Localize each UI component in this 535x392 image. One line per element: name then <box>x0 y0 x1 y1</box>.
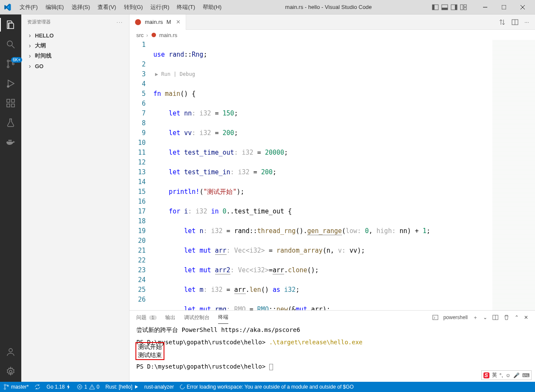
sb-go-version[interactable]: Go 1.18 <box>46 384 71 390</box>
svg-point-28 <box>9 349 12 352</box>
layout-bottom-icon[interactable] <box>441 4 448 11</box>
rust-file-icon <box>151 32 157 38</box>
panel-tab-problems[interactable]: 问题1 <box>136 314 157 321</box>
svg-point-30 <box>135 19 141 25</box>
svg-point-17 <box>12 63 14 65</box>
terminal-shell-label[interactable]: powershell <box>443 314 468 320</box>
menu-terminal[interactable]: 终端(T) <box>173 2 198 13</box>
terminal-shell-icon <box>432 314 438 320</box>
split-editor-icon[interactable] <box>512 19 518 26</box>
tab-main-rs[interactable]: main.rs M ✕ <box>129 14 186 30</box>
terminal-line: PS D:\mysetup\gopath\rustcode\hello> <box>136 363 528 371</box>
close-button[interactable] <box>515 2 530 13</box>
ime-punct-icon[interactable]: °, <box>500 372 503 378</box>
ime-emoji-icon[interactable]: ☺ <box>506 372 511 378</box>
ime-sogou-icon: S <box>483 372 489 378</box>
terminal-maximize-icon[interactable]: ⌃ <box>515 314 519 320</box>
sidebar-item-hello[interactable]: ›HELLO <box>21 30 129 40</box>
svg-rect-19 <box>7 99 10 102</box>
problems-count: 1 <box>149 315 157 320</box>
svg-rect-6 <box>460 5 463 10</box>
svg-rect-34 <box>433 315 438 320</box>
svg-rect-7 <box>464 5 466 7</box>
titlebar: 文件(F) 编辑(E) 选择(S) 查看(V) 转到(G) 运行(R) 终端(T… <box>0 0 535 14</box>
ime-lang[interactable]: 英 <box>492 372 497 379</box>
testing-icon[interactable] <box>5 117 17 129</box>
tab-close-icon[interactable]: ✕ <box>176 19 181 25</box>
settings-icon[interactable] <box>5 366 17 378</box>
breadcrumbs[interactable]: src › main.rs <box>129 30 535 40</box>
sidebar-item-timeline[interactable]: ›时间线 <box>21 51 129 61</box>
editor-area: main.rs M ✕ ··· src › main.rs 1 23456789… <box>129 14 535 382</box>
menu-help[interactable]: 帮助(H) <box>199 2 225 13</box>
terminal-cursor <box>269 364 273 370</box>
git-branch-icon <box>3 384 9 390</box>
terminal-body[interactable]: 尝试新的跨平台 PowerShell https://aka.ms/pscore… <box>129 324 535 382</box>
ime-mic-icon[interactable]: 🎤 <box>513 372 520 378</box>
tab-modified-indicator: M <box>167 19 171 25</box>
sb-problems[interactable]: 1 0 <box>77 384 99 390</box>
extensions-icon[interactable] <box>5 97 17 109</box>
svg-point-16 <box>7 66 9 68</box>
explorer-icon[interactable] <box>5 19 17 31</box>
breadcrumb-src[interactable]: src <box>136 32 144 38</box>
play-icon <box>134 385 138 389</box>
sidebar-item-go[interactable]: ›GO <box>21 61 129 71</box>
code-editor[interactable]: 1 23456789101112131415161718192021222324… <box>129 40 535 310</box>
codelens[interactable]: ▶ Run | Debug <box>153 69 492 79</box>
sidebar-tree: ›HELLO ›大纲 ›时间线 ›GO <box>21 29 129 72</box>
panel-tab-terminal[interactable]: 终端 <box>218 314 228 324</box>
chevron-right-icon: › <box>27 42 32 49</box>
chevron-right-icon: › <box>146 32 148 38</box>
svg-rect-8 <box>464 8 466 10</box>
terminal-close-icon[interactable]: ✕ <box>524 314 528 320</box>
sidebar-more-icon[interactable]: ··· <box>117 20 123 25</box>
compare-icon[interactable] <box>499 19 506 26</box>
terminal-line: PS D:\mysetup\gopath\rustcode\hello> .\t… <box>136 338 528 346</box>
code-content[interactable]: use rand::Rng; ▶ Run | Debug fn main() {… <box>153 40 492 310</box>
sb-branch[interactable]: master* <box>3 384 29 390</box>
svg-point-13 <box>7 41 12 46</box>
maximize-button[interactable] <box>497 2 511 13</box>
editor-more-icon[interactable]: ··· <box>524 19 529 26</box>
line-numbers: 1 23456789101112131415161718192021222324… <box>129 40 153 310</box>
sb-error-msg[interactable]: Error loading workspace: You are outside… <box>180 384 354 390</box>
sb-sync[interactable] <box>35 384 40 390</box>
ime-tray[interactable]: S 英 °, ☺ 🎤 ⌨ <box>481 370 532 380</box>
search-icon[interactable] <box>5 38 17 50</box>
terminal-split-icon[interactable] <box>492 314 498 320</box>
terminal-add-icon[interactable]: ＋ <box>473 314 478 321</box>
sidebar-title: 资源管理器 <box>27 19 51 25</box>
menu-goto[interactable]: 转到(G) <box>121 2 147 13</box>
minimap[interactable] <box>492 40 535 310</box>
menu-run[interactable]: 运行(R) <box>147 2 173 13</box>
menu-view[interactable]: 查看(V) <box>94 2 119 13</box>
layout-right-icon[interactable] <box>451 4 457 11</box>
layout-left-icon[interactable] <box>432 4 439 11</box>
editor-tabs: main.rs M ✕ ··· <box>129 14 535 30</box>
sidebar-item-outline[interactable]: ›大纲 <box>21 40 129 51</box>
svg-rect-3 <box>442 8 448 10</box>
accounts-icon[interactable] <box>5 346 17 358</box>
bolt-icon <box>66 384 71 389</box>
menu-bar: 文件(F) 编辑(E) 选择(S) 查看(V) 转到(G) 运行(R) 终端(T… <box>16 2 225 13</box>
terminal-dropdown-icon[interactable]: ⌄ <box>483 314 487 320</box>
ime-keyboard-icon[interactable]: ⌨ <box>522 372 529 378</box>
sync-icon <box>35 384 40 390</box>
minimize-button[interactable] <box>478 2 492 13</box>
terminal-trash-icon[interactable] <box>503 314 509 320</box>
panel-tab-output[interactable]: 输出 <box>165 314 175 321</box>
menu-select[interactable]: 选择(S) <box>68 2 93 13</box>
run-debug-icon[interactable] <box>5 78 17 89</box>
panel-tab-debug[interactable]: 调试控制台 <box>184 314 210 321</box>
layout-custom-icon[interactable] <box>460 4 467 11</box>
sb-analyzer[interactable]: rust-analyzer <box>144 384 174 390</box>
sb-rust[interactable]: Rust: [hello] <box>105 384 138 390</box>
svg-point-18 <box>7 86 9 87</box>
svg-rect-1 <box>432 5 434 10</box>
vscode-icon <box>3 3 11 11</box>
docker-icon[interactable] <box>5 136 17 148</box>
menu-edit[interactable]: 编辑(E) <box>42 2 67 13</box>
breadcrumb-file[interactable]: main.rs <box>159 32 178 38</box>
menu-file[interactable]: 文件(F) <box>16 2 41 13</box>
